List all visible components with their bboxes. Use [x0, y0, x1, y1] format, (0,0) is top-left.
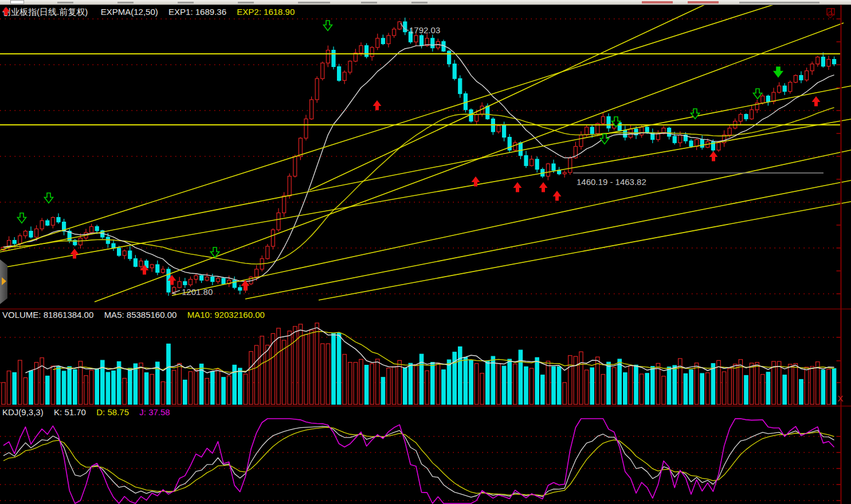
candle-body: [546, 164, 550, 176]
candle-body: [607, 117, 610, 128]
volume-bar: [326, 344, 330, 404]
volume-bar: [524, 367, 528, 404]
volume-bar: [392, 367, 395, 404]
volume-bar: [552, 367, 555, 404]
candle-body: [717, 143, 720, 150]
menu-bar[interactable]: [0, 0, 851, 5]
buy-signal-arrow: [709, 151, 718, 162]
candle-body: [645, 127, 649, 133]
ema50-line: [3, 108, 834, 264]
volume-pane-header: VOLUME: 81861384.00 MA5: 85385160.00 MA1…: [2, 310, 265, 320]
volume-bar: [827, 369, 830, 404]
menu-highlight[interactable]: [642, 1, 673, 3]
volume-bar: [744, 376, 748, 405]
volume-bar: [590, 368, 594, 404]
candle-body: [178, 282, 181, 288]
volume-bar: [112, 371, 115, 405]
volume-bar: [244, 374, 247, 404]
volume-bar: [491, 356, 495, 404]
sell-signal-arrow: [601, 134, 609, 144]
volume-bar: [436, 363, 440, 404]
candle-body: [332, 50, 335, 67]
candle-body: [172, 288, 176, 292]
price-pane-header: 创业板指(日线.前复权) EXPMA(12,50) EXP1: 1689.36 …: [2, 7, 295, 18]
candle-body: [106, 237, 109, 243]
volume-bar: [233, 365, 236, 404]
volume-bar: [343, 355, 346, 404]
buy-signal-arrow: [553, 191, 562, 201]
volume-bar: [706, 373, 709, 404]
side-panel-handle[interactable]: [0, 259, 7, 304]
volume-bar: [254, 345, 258, 404]
candle-body: [338, 66, 341, 80]
volume-bar: [332, 333, 335, 404]
menu-highlight[interactable]: [688, 1, 719, 3]
candle-body: [695, 140, 699, 147]
candle-body: [414, 36, 418, 42]
volume-bar: [425, 371, 429, 404]
candle-body: [326, 50, 330, 63]
volume-bar: [789, 364, 792, 404]
candle-body: [827, 60, 830, 66]
volume-bar: [7, 371, 10, 404]
volume-value: VOLUME: 81861384.00: [2, 310, 93, 320]
candle-body: [238, 288, 242, 290]
candle-body: [679, 135, 682, 143]
candle-body: [35, 229, 38, 237]
kdj-j-line: [3, 419, 834, 503]
candle-body: [568, 158, 572, 173]
candle-body: [123, 251, 126, 255]
volume-bar: [667, 367, 670, 404]
volume-bar: [260, 336, 264, 404]
volume-bar: [189, 372, 192, 404]
candle-body: [57, 218, 60, 222]
candle-body: [167, 269, 170, 292]
candle-body: [161, 269, 164, 273]
volume-bar: [821, 370, 825, 404]
volume-bar: [640, 374, 643, 404]
volume-bar: [409, 363, 412, 404]
buy-signal-arrow: [539, 182, 548, 192]
candle-body: [810, 64, 814, 71]
volume-bar: [623, 373, 627, 404]
indicator-name[interactable]: EXPMA(12,50): [101, 7, 158, 17]
expand-right-icon: [2, 277, 6, 285]
sell-signal-arrow: [45, 193, 53, 203]
candle-body: [761, 96, 764, 103]
candle-body: [475, 115, 479, 121]
trendline: [245, 180, 851, 299]
candle-body: [134, 259, 137, 267]
sell-signal-arrow: [774, 67, 783, 77]
volume-bar: [178, 363, 181, 404]
volume-bar: [134, 364, 137, 404]
volume-bar: [750, 363, 753, 404]
candle-body: [46, 220, 49, 225]
candle-body: [277, 213, 280, 230]
buy-signal-arrow: [70, 249, 79, 259]
volume-bar: [46, 376, 49, 405]
candle-body: [805, 71, 809, 80]
chart-canvas[interactable]: X: [0, 0, 851, 504]
candle-body: [156, 265, 159, 273]
sell-signal-arrow: [324, 21, 332, 31]
candle-body: [304, 119, 308, 139]
volume-bar: [464, 357, 467, 404]
volume-bar: [513, 364, 517, 404]
volume-bar: [288, 331, 291, 404]
volume-bar: [348, 363, 352, 404]
volume-bar: [832, 369, 836, 405]
volume-bar: [634, 365, 638, 404]
candle-body: [590, 127, 594, 133]
candle-body: [13, 241, 16, 244]
candle-body: [778, 86, 781, 92]
candle-body: [673, 136, 676, 143]
kdj-label[interactable]: KDJ(9,3,3): [2, 407, 44, 417]
toolbar-icon[interactable]: [10, 0, 24, 4]
candle-body: [799, 76, 803, 80]
volume-bar: [469, 360, 473, 404]
candle-body: [23, 231, 27, 236]
candle-body: [211, 277, 214, 282]
volume-bar: [541, 375, 544, 404]
volume-bar: [139, 363, 143, 404]
volume-bar: [89, 370, 93, 404]
